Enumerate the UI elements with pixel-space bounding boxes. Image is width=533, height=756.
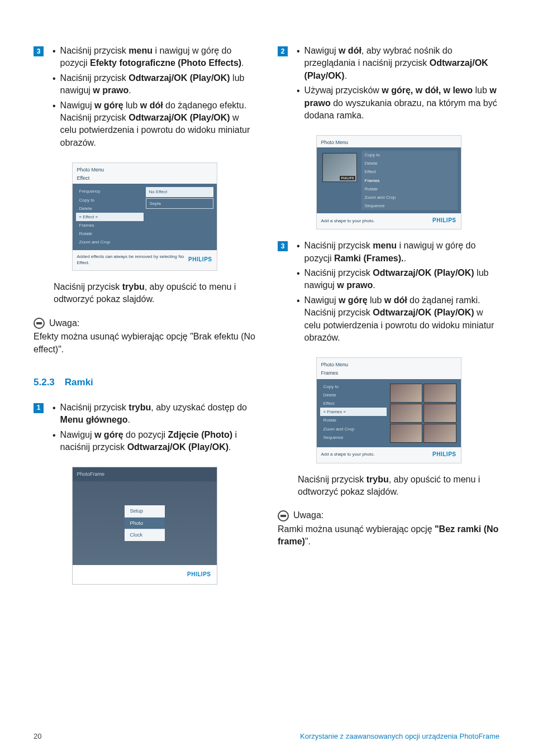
menu-item: Frames [361,176,458,185]
note-icon [34,318,45,329]
text: lub [473,85,489,95]
text-bold: menu [373,241,397,250]
bullet: Naciśnij przycisk Odtwarzaj/OK (Play/OK)… [293,267,499,292]
left-step-3: 3 Naciśnij przycisk menu i nawiguj w gór… [34,45,255,151]
menu-item-selected: « Frames » [320,408,387,416]
frame-thumb [390,384,423,403]
menu-item: Clock [125,529,165,541]
right-step-2: 2 Nawiguj w dół, aby wybrać nośnik do pr… [278,45,499,124]
text-bold: trybu [122,282,145,291]
text-bold: Odtwarzaj/OK (Play/OK) [129,73,230,83]
text-bold: menu [129,46,153,55]
menu-item: Copy to [361,151,458,159]
menu-item: Frequency [76,187,144,195]
text: do wyszukania obrazu, na którym ma być d… [304,98,497,120]
screenshot-photo-menu-effect: Photo Menu Effect Frequency Copy to Dele… [72,162,217,271]
frame-thumb [390,404,423,423]
shot-footer-text: Add a shape to your photo. [321,451,375,457]
paragraph: Naciśnij przycisk trybu, aby opuścić to … [298,473,499,499]
main-menu: Setup Photo Clock [125,505,165,541]
text: do pozycji [123,430,168,439]
text-bold: Odtwarzaj/OK (Play/OK) [127,442,229,452]
shot-header: PhotoFrame [73,467,217,481]
page-footer: 20 Korzystanie z zaawansowanych opcji ur… [34,731,499,741]
text-bold: w dół [339,46,361,55]
text: Naciśnij przycisk [298,475,367,484]
menu-item: Effect [361,168,458,176]
frame-thumb [390,424,423,443]
text: , aby uzyskać dostęp do [151,403,247,412]
bullet: Naciśnij przycisk menu i nawiguj w górę … [293,240,499,265]
menu-item: Rotate [320,416,387,424]
note-body: Ramki można usunąć wybierając opcję "Bez… [278,523,499,548]
menu-item: Sequence [320,433,387,442]
menu-item: Sequence [361,202,458,210]
screenshot-photo-menu-frames: Photo Menu Frames Copy to Delete Effect … [316,357,461,463]
menu-item: Delete [361,159,458,168]
text: . [127,415,130,424]
brand-logo: PHILIPS [432,217,456,224]
menu-item: Copy to [320,382,387,391]
section-heading: 5.2.3Ramki [34,376,255,389]
text-bold: w górę [94,430,123,439]
menu-item: Zoom and Crop [76,238,144,246]
screenshot-photoframe-main: PhotoFrame Setup Photo Clock PHILIPS [72,467,217,585]
text: . [229,442,231,452]
text: lub [123,101,140,110]
text: Nawiguj [60,101,94,110]
text: . [373,280,375,290]
text: Naciśnij przycisk [304,241,373,250]
text-bold: w górę [339,295,368,305]
note-heading: Uwaga: [34,317,255,329]
left-column: 3 Naciśnij przycisk menu i nawiguj w gór… [34,45,255,588]
frame-thumb [423,384,456,403]
menu-item: Frames [76,221,144,229]
shot-subheader: Effect [73,175,217,184]
shot-header: Photo Menu [73,163,217,175]
bullet: Nawiguj w dół, aby wybrać nośnik do prze… [293,45,499,82]
step-number-3: 3 [34,46,44,56]
text: . [345,71,347,80]
text: Ramki można usunąć wybierając opcję [278,524,435,534]
section-number: 5.2.3 [34,377,55,387]
step-number-3: 3 [278,241,288,251]
text-bold: w prawo [337,280,373,290]
bullet: Naciśnij przycisk trybu, aby uzyskać dos… [49,401,255,427]
right-column: 2 Nawiguj w dół, aby wybrać nośnik do pr… [278,45,499,588]
section-title: Ramki [65,377,93,387]
note-heading: Uwaga: [278,509,499,521]
menu-item: Rotate [361,185,458,193]
menu-item-selected: Photo [125,517,165,529]
text: Nawiguj [304,46,339,55]
text-bold: w prawo [93,85,129,95]
bullet: Nawiguj w górę lub w dół do żądanej ramk… [293,294,499,344]
option-selected: Sepia [146,198,213,209]
page-number: 20 [34,731,41,741]
text-bold: Menu głównego [60,415,128,424]
text: . [129,85,131,95]
note-icon [278,510,289,521]
step-number-2: 2 [278,46,288,56]
text: lub [368,295,384,305]
thumb-brand: PHILIPS [340,176,355,180]
text-bold: trybu [367,475,389,484]
shot-footer-text: Add a shape to your photo. [321,218,375,224]
text: Nawiguj [60,430,94,439]
menu-item: Setup [125,505,165,517]
footer-text: Korzystanie z zaawansowanych opcji urząd… [300,731,499,741]
bullet: Naciśnij przycisk menu i nawiguj w górę … [49,45,255,70]
text-bold: w dół [140,101,163,110]
shot-header: Photo Menu [317,136,461,147]
note-body: Efekty można usunąć wybierając opcję "Br… [34,331,255,356]
text: Naciśnij przycisk [60,46,129,55]
left-step-1: 1 Naciśnij przycisk trybu, aby uzyskać d… [34,401,255,456]
menu-item: Copy to [76,196,144,204]
menu-item-selected: « Effect » [76,213,144,221]
menu-item: Zoom and Crop [320,425,387,433]
step-number-1: 1 [34,403,44,413]
brand-logo: PHILIPS [432,451,456,458]
frame-thumb [423,404,456,423]
menu-item: Effect [320,399,387,408]
text: Naciśnij przycisk [60,73,129,83]
menu-item: Delete [320,391,387,399]
